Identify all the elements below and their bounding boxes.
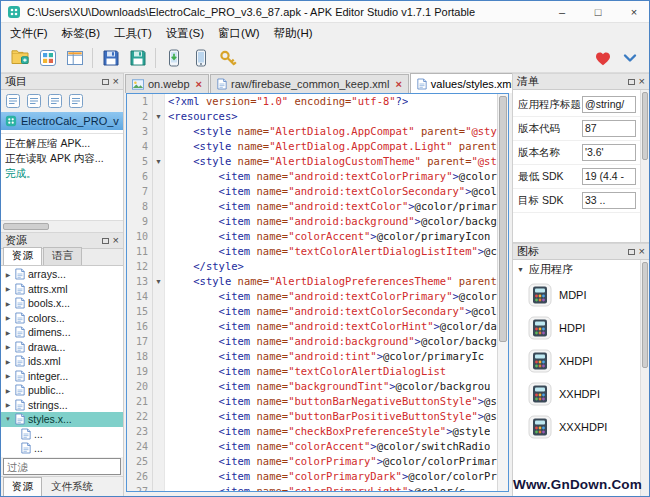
save-apk-button[interactable] [97,45,124,71]
manifest-field-value[interactable]: 33 .. [582,192,636,209]
key-manager-button[interactable] [214,45,241,71]
close-panel-icon[interactable]: × [639,246,645,257]
resource-item[interactable]: ▶public... [1,383,123,398]
dock-tab-1[interactable]: 资源 [3,477,42,497]
close-panel-icon[interactable]: × [113,76,119,87]
scrollbar-thumb[interactable] [642,262,648,368]
chevron-collapsed-icon[interactable]: ▶ [4,300,12,307]
icon-dpi-item[interactable]: HDPI [513,311,649,344]
project-root-item[interactable]: ElectroCalc_PRO_v [1,112,123,130]
chevron-collapsed-icon[interactable]: ▶ [4,285,12,292]
resource-item-label: strings... [28,399,68,411]
close-panel-icon[interactable]: × [113,235,119,246]
fold-arrow-icon[interactable]: ▼ [153,154,165,169]
project-action-button-3[interactable] [45,92,64,111]
manifest-field-value[interactable]: 87 [582,120,636,137]
code-lines[interactable]: 1<?xml version="1.0" encoding="utf-8"?>2… [127,94,508,491]
editor-tab-3[interactable]: values/styles.xml× [410,73,512,93]
manifest-field-value[interactable]: '3.6' [582,144,636,161]
chevron-collapsed-icon[interactable]: ▶ [4,401,12,408]
chevron-collapsed-icon[interactable]: ▶ [4,358,12,365]
apk-table-button[interactable] [61,45,88,71]
project-action-button-1[interactable] [3,92,22,111]
menu-item-1[interactable]: 文件(F) [3,24,55,43]
editor-tab-2[interactable]: raw/firebase_common_keep.xml× [210,74,409,93]
resource-child-label: ... [34,428,43,440]
collapse-panels-button[interactable] [616,45,643,71]
resource-item[interactable]: ▶colors... [1,311,123,326]
log-horizontal-scrollbar[interactable] [1,220,123,232]
filter-input[interactable] [3,458,121,475]
undock-icon[interactable] [628,79,635,85]
resource-item[interactable]: ▶arrays... [1,267,123,282]
close-panel-icon[interactable]: × [639,76,645,87]
resource-item[interactable]: ▶attrs.xml [1,282,123,297]
install-apk-button[interactable] [160,45,187,71]
project-action-button-4[interactable] [66,92,85,111]
scrollbar-thumb[interactable] [3,223,49,230]
icon-dpi-item[interactable]: XXHDPI [513,377,649,410]
menu-item-2[interactable]: 标签(B) [55,24,107,43]
dock-tab-2[interactable]: 文件系统 [43,478,101,496]
manifest-field-value[interactable]: @string/ [582,96,636,113]
icon-dpi-item[interactable]: MDPI [513,278,649,311]
chevron-expanded-icon[interactable]: ▼ [517,266,524,273]
resource-item[interactable]: ▶ids.xml [1,354,123,369]
resource-item[interactable]: ▼styles.x... [1,412,123,427]
menu-item-6[interactable]: 帮助(H) [267,24,320,43]
resource-item[interactable]: ▶strings... [1,398,123,413]
open-apk-button[interactable] [7,45,34,71]
device-manager-button[interactable] [187,45,214,71]
chevron-collapsed-icon[interactable]: ▶ [4,372,12,379]
resource-child-item[interactable]: ... [1,427,123,442]
close-tab-icon[interactable]: × [196,78,202,90]
chevron-collapsed-icon[interactable]: ▶ [4,314,12,321]
undock-icon[interactable] [102,238,109,244]
manifest-panel-header: 清单 × [513,73,649,90]
xml-file-icon [15,268,25,280]
editor-vertical-scrollbar[interactable] [497,94,508,491]
donate-heart-button[interactable] [589,45,616,71]
icon-dpi-label: XXXHDPI [559,421,607,433]
project-tree: ElectroCalc_PRO_v [1,112,123,134]
scrollbar-thumb[interactable] [642,92,648,160]
manifest-scrollbar[interactable] [640,90,649,242]
fold-arrow-icon[interactable]: ▼ [153,274,165,289]
maximize-button[interactable]: □ [583,1,613,23]
chevron-collapsed-icon[interactable]: ▶ [4,387,12,394]
menu-item-5[interactable]: 窗口(W) [211,24,267,43]
scrollbar-thumb[interactable] [499,96,507,342]
apk-grid-button[interactable] [34,45,61,71]
chevron-collapsed-icon[interactable]: ▶ [4,271,12,278]
resources-tab-2[interactable]: 语言 [43,247,82,265]
fold-gutter [153,139,165,154]
resource-item[interactable]: ▶drawa... [1,340,123,355]
menu-item-3[interactable]: 工具(T) [107,24,159,43]
resource-item[interactable]: ▶integer... [1,369,123,384]
save-apk-as-button[interactable] [124,45,151,71]
icons-scrollbar[interactable] [640,260,649,496]
close-button[interactable]: × [619,1,649,23]
icons-group-row[interactable]: ▼ 应用程序 [513,260,649,278]
icon-dpi-item[interactable]: XHDPI [513,344,649,377]
line-number: 17 [127,334,153,349]
menu-item-4[interactable]: 设置(S) [159,24,211,43]
resource-item-label: ids.xml [28,355,61,367]
icon-dpi-item[interactable]: XXXHDPI [513,410,649,443]
resource-item[interactable]: ▶dimens... [1,325,123,340]
resource-child-item[interactable]: ... [1,441,123,456]
minimize-button[interactable]: – [547,1,577,23]
project-action-button-2[interactable] [24,92,43,111]
undock-icon[interactable] [628,249,635,255]
undock-icon[interactable] [102,79,109,85]
chevron-expanded-icon[interactable]: ▼ [4,416,12,422]
resources-tab-1[interactable]: 资源 [3,247,42,265]
close-tab-icon[interactable]: × [395,78,401,90]
resource-item[interactable]: ▶bools.x... [1,296,123,311]
fold-arrow-icon[interactable]: ▼ [153,109,165,124]
chevron-collapsed-icon[interactable]: ▶ [4,329,12,336]
editor-tab-1[interactable]: on.webp× [125,74,209,93]
code-editor[interactable]: 1<?xml version="1.0" encoding="utf-8"?>2… [126,93,509,492]
chevron-collapsed-icon[interactable]: ▶ [4,343,12,350]
manifest-field-value[interactable]: 19 (4.4 - [582,168,636,185]
